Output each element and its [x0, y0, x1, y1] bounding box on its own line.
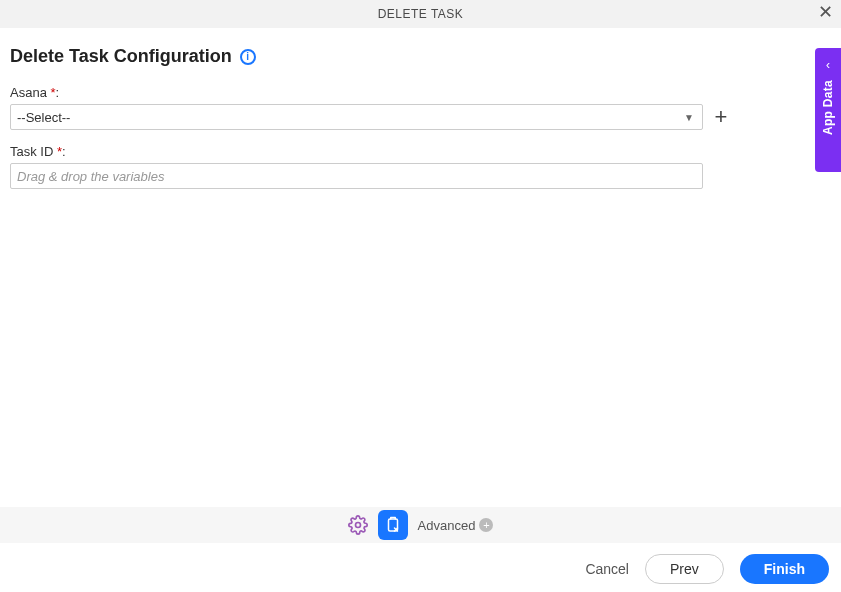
- advanced-label-text: Advanced: [418, 518, 476, 533]
- close-icon[interactable]: ✕: [818, 3, 834, 21]
- clipboard-icon[interactable]: [378, 510, 408, 540]
- asana-select[interactable]: --Select-- ▼: [10, 104, 703, 130]
- taskid-label: Task ID *:: [10, 144, 831, 159]
- asana-label-text: Asana: [10, 85, 47, 100]
- plus-circle-icon: +: [479, 518, 493, 532]
- chevron-down-icon: ▼: [684, 112, 694, 123]
- taskid-label-text: Task ID: [10, 144, 53, 159]
- modal-header: DELETE TASK ✕: [0, 0, 841, 28]
- taskid-field-row: [10, 163, 831, 189]
- app-data-panel-toggle[interactable]: ‹ App Data: [815, 48, 841, 172]
- asana-field-group: Asana *: --Select-- ▼ +: [10, 85, 831, 130]
- finish-button[interactable]: Finish: [740, 554, 829, 584]
- cancel-button[interactable]: Cancel: [585, 561, 629, 577]
- info-icon[interactable]: i: [240, 49, 256, 65]
- content-area: Delete Task Configuration i Asana *: --S…: [0, 28, 841, 213]
- taskid-field-group: Task ID *:: [10, 144, 831, 189]
- page-title: Delete Task Configuration: [10, 46, 232, 67]
- taskid-input[interactable]: [10, 163, 703, 189]
- app-data-label: App Data: [821, 80, 835, 135]
- asana-select-value: --Select--: [17, 110, 70, 125]
- advanced-bar: Advanced +: [0, 507, 841, 543]
- svg-point-0: [355, 523, 360, 528]
- modal-title: DELETE TASK: [378, 7, 464, 21]
- add-connection-button[interactable]: +: [711, 107, 731, 127]
- asana-field-row: --Select-- ▼ +: [10, 104, 831, 130]
- gear-icon[interactable]: [348, 515, 368, 535]
- page-title-row: Delete Task Configuration i: [10, 46, 831, 67]
- prev-button[interactable]: Prev: [645, 554, 724, 584]
- advanced-toggle[interactable]: Advanced +: [418, 518, 494, 533]
- footer: Cancel Prev Finish: [0, 544, 841, 592]
- asana-label: Asana *:: [10, 85, 831, 100]
- chevron-left-icon: ‹: [826, 58, 830, 72]
